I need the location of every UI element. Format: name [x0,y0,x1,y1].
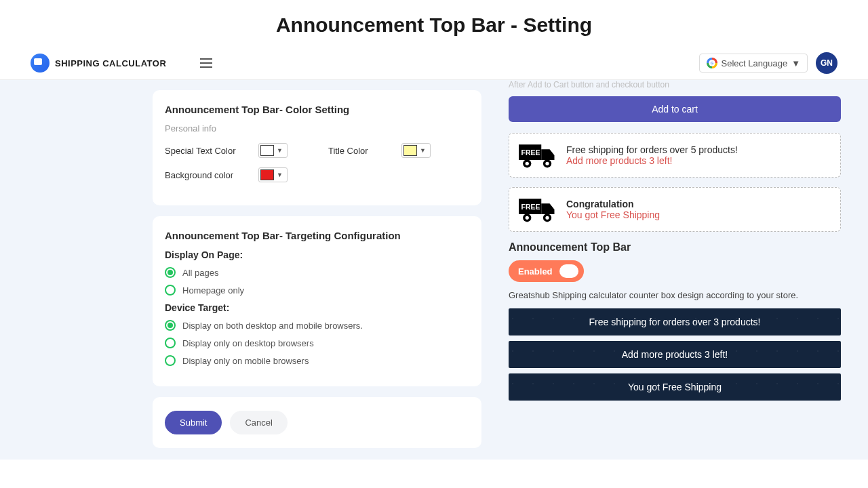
add-to-cart-button[interactable]: Add to cart [509,96,841,122]
radio-icon [165,320,176,331]
language-select[interactable]: Select Language ▼ [699,54,808,73]
color-swatch [260,169,274,180]
radio-desktop[interactable]: Display only on desktop browsers [165,338,469,348]
settings-column: Announcement Top Bar- Color Setting Pers… [142,80,488,460]
page-title: Announcement Top Bar - Setting [0,0,868,47]
promo1-line2: Add more products 3 left! [566,155,738,166]
promo-box-2: FREE Congratulation You got Free Shippin… [509,187,841,232]
radio-homepage[interactable]: Homepage only [165,285,469,296]
radio-icon [165,355,176,366]
radio-mobile[interactable]: Display only on mobile browsers [165,355,469,366]
title-color-picker[interactable]: ▼ [401,143,431,158]
radio-label: All pages [182,268,218,278]
display-on-label: Display On Page: [165,249,469,260]
svg-point-2 [526,162,529,165]
color-setting-card: Announcement Top Bar- Color Setting Pers… [153,90,481,205]
svg-point-10 [545,216,549,220]
promo-box-1: FREE Free shipping for orders over 5 pro… [509,133,841,178]
radio-both[interactable]: Display on both desktop and mobile brows… [165,320,469,331]
ghost-hint: After Add to Cart button and checkout bu… [509,80,841,89]
svg-point-8 [526,216,529,220]
device-target-label: Device Target: [165,302,469,313]
free-truck-icon: FREE [519,196,557,223]
chevron-down-icon: ▼ [274,171,285,178]
preview-section-title: Announcement Top Bar [509,241,841,253]
toggle-label: Enabled [518,266,553,277]
color-swatch [260,145,274,156]
radio-label: Display on both desktop and mobile brows… [182,321,363,331]
radio-icon [165,285,176,296]
color-card-title: Announcement Top Bar- Color Setting [165,104,469,115]
radio-icon [165,338,176,348]
svg-text:FREE: FREE [521,203,540,211]
svg-text:FREE: FREE [521,148,540,157]
content: Announcement Top Bar- Color Setting Pers… [0,80,868,460]
announcement-bar-2: Add more products 3 left! [509,341,841,368]
bg-color-label: Background color [165,170,239,180]
submit-button[interactable]: Submit [165,411,222,434]
color-swatch [403,145,417,156]
title-color-label: Title Color [328,146,382,156]
free-truck-icon: FREE [519,142,557,169]
radio-all-pages[interactable]: All pages [165,267,469,278]
radio-label: Display only on mobile browsers [182,356,309,366]
promo2-line2: You got Free Shipping [566,209,660,220]
logo[interactable]: SHIPPING CALCULATOR [31,54,166,73]
promo2-line1: Congratulation [566,199,660,209]
google-icon [707,58,717,68]
promo1-line1: Free shipping for orders over 5 products… [566,144,738,155]
toggle-knob [559,264,578,278]
avatar[interactable]: GN [816,52,837,74]
logo-icon [31,54,50,73]
radio-label: Display only on desktop browsers [182,338,314,348]
svg-point-4 [545,162,549,165]
preview-column: After Add to Cart button and checkout bu… [488,80,868,460]
logo-text: SHIPPING CALCULATOR [55,58,166,68]
chevron-down-icon: ▼ [274,147,285,154]
radio-label: Homepage only [182,285,244,296]
action-card: Submit Cancel [153,397,481,448]
enabled-toggle[interactable]: Enabled [509,260,584,282]
chevron-down-icon: ▼ [417,147,429,154]
special-text-label: Special Text Color [165,146,239,156]
preview-desc: Greatshub Shipping calculator counter bo… [509,290,841,300]
cancel-button[interactable]: Cancel [230,411,287,434]
bg-color-picker[interactable]: ▼ [258,167,288,182]
language-label: Select Language [722,58,788,68]
menu-icon[interactable] [200,58,212,68]
radio-icon [165,267,176,278]
announcement-bar-1: Free shipping for orders over 3 products… [509,308,841,336]
top-bar: SHIPPING CALCULATOR Select Language ▼ GN [0,47,868,80]
announcement-bar-3: You got Free Shipping [509,373,841,401]
targeting-card: Announcement Top Bar- Targeting Configur… [153,216,481,386]
color-subtitle: Personal info [165,123,469,134]
topbar-right: Select Language ▼ GN [699,52,837,74]
topbar-left: SHIPPING CALCULATOR [31,54,212,73]
chevron-down-icon: ▼ [791,58,800,68]
targeting-title: Announcement Top Bar- Targeting Configur… [165,230,469,241]
special-text-color-picker[interactable]: ▼ [258,143,288,158]
